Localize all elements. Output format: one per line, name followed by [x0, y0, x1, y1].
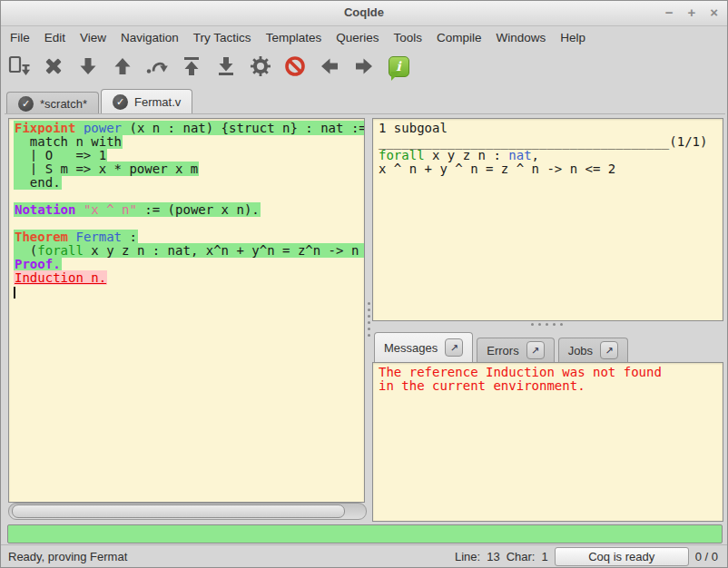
interrupt-button[interactable]	[280, 52, 310, 81]
tab-messages[interactable]: Messages↗	[374, 332, 473, 362]
line-text: x ^ n + y ^ n = z ^ n -> n <= 2	[378, 162, 616, 176]
line-text: forall x y z n : nat,	[378, 148, 540, 162]
about-button[interactable]: i	[384, 52, 413, 81]
code-line[interactable]: | S m => x * power x m	[14, 162, 359, 176]
menu-item-compile[interactable]: Compile	[429, 28, 489, 47]
splitter-grip-icon	[531, 323, 563, 326]
code-segment: | O => 1	[15, 148, 106, 162]
scrollbar-thumb[interactable]	[12, 504, 345, 518]
next-button[interactable]	[349, 52, 379, 81]
tab-label: Errors	[487, 344, 518, 357]
tab-fermat-v[interactable]: ✓Fermat.v	[101, 89, 192, 114]
code-segment: end.	[15, 175, 61, 190]
go-to-end-button[interactable]	[212, 52, 241, 81]
menu-item-help[interactable]: Help	[553, 28, 593, 47]
new-buffer-button[interactable]	[5, 52, 34, 81]
status-message: Ready, proving Fermat	[8, 550, 455, 563]
toolbar: i	[5, 50, 413, 83]
step-forward-button[interactable]	[74, 52, 103, 81]
close-buffer-button[interactable]	[39, 52, 68, 81]
code-segment: x y z n : nat, x^n + y^n = z^n -> n <=	[84, 243, 365, 258]
message-line[interactable]: in the current environment.	[378, 379, 718, 393]
code-segment: in the current environment.	[379, 378, 585, 393]
goal-line[interactable]: forall x y z n : nat,	[378, 149, 718, 162]
code-line[interactable]	[14, 217, 359, 230]
message-tab-bar: Messages↗Errors↗Jobs↗	[374, 329, 628, 362]
line-text: Notation "x ^ n" := (power x n).	[14, 202, 261, 217]
goal-line[interactable]: 1 subgoal	[378, 122, 718, 135]
code-line[interactable]: Fixpoint power (x n : nat) {struct n} : …	[14, 122, 359, 135]
coqide-window: CoqIde − + × FileEditViewNavigationTry T…	[0, 0, 728, 568]
line-text: (forall x y z n : nat, x^n + y^n = z^n -…	[14, 243, 365, 258]
preferences-button[interactable]	[246, 52, 275, 81]
code-line[interactable]: Theorem Fermat :	[14, 230, 359, 244]
tab-errors[interactable]: Errors↗	[477, 338, 554, 362]
restart-button[interactable]	[177, 52, 206, 81]
tab-jobs[interactable]: Jobs↗	[558, 338, 628, 362]
menu-item-file[interactable]: File	[3, 28, 37, 47]
code-line[interactable]	[14, 285, 359, 299]
detach-button[interactable]: ↗	[445, 338, 463, 357]
menu-item-templates[interactable]: Templates	[259, 28, 330, 47]
editor-horizontal-scrollbar[interactable]	[8, 503, 367, 520]
line-text: ______________________________________(1…	[378, 134, 708, 149]
menu-item-windows[interactable]: Windows	[488, 28, 553, 47]
script-editor-pane[interactable]: Fixpoint power (x n : nat) {struct n} : …	[8, 118, 365, 503]
horizontal-splitter[interactable]	[372, 319, 722, 328]
menu-item-tools[interactable]: Tools	[386, 28, 429, 47]
title-bar[interactable]: CoqIde − + ×	[1, 1, 727, 26]
detach-button[interactable]: ↗	[526, 341, 545, 359]
splitter-grip-icon	[368, 302, 370, 337]
menu-item-try-tactics[interactable]: Try Tactics	[186, 28, 259, 47]
code-line[interactable]	[14, 190, 359, 203]
code-segment: Induction n.	[15, 270, 106, 285]
menu-bar: FileEditViewNavigationTry TacticsTemplat…	[3, 26, 593, 48]
progress-bar	[7, 524, 723, 544]
goal-line[interactable]: x ^ n + y ^ n = z ^ n -> n <= 2	[378, 162, 718, 176]
vertical-splitter[interactable]	[365, 118, 372, 520]
line-text: Induction n.	[14, 270, 107, 285]
message-line[interactable]: The reference Induction was not found	[378, 366, 718, 379]
menu-item-navigation[interactable]: Navigation	[113, 28, 186, 47]
minimize-button[interactable]: −	[665, 4, 674, 22]
tab-label: *scratch*	[40, 97, 87, 111]
code-line[interactable]: Proof.	[14, 258, 359, 271]
previous-button[interactable]	[315, 52, 344, 81]
coq-state-button[interactable]: Coq is ready	[555, 547, 689, 566]
info-icon: i	[389, 56, 409, 77]
code-line[interactable]: match n with	[14, 135, 359, 149]
line-text: | S m => x * power x m	[14, 162, 199, 176]
step-backward-button[interactable]	[108, 52, 137, 81]
arrow-left-icon	[319, 55, 340, 77]
code-segment: x y z n :	[425, 148, 509, 162]
status-bar: Ready, proving Fermat Line: 13 Char: 1 C…	[1, 544, 727, 568]
gear-icon	[250, 55, 271, 77]
messages-pane[interactable]: The reference Induction was not foundin …	[372, 362, 723, 522]
code-segment: x ^ n + y ^ n = z ^ n -> n <= 2	[379, 162, 615, 176]
menu-item-queries[interactable]: Queries	[329, 28, 386, 47]
line-value: 13	[487, 550, 499, 563]
check-icon: ✓	[18, 96, 34, 112]
code-line[interactable]: end.	[14, 176, 359, 190]
menu-item-view[interactable]: View	[73, 28, 113, 47]
close-button[interactable]: ×	[710, 4, 718, 22]
goal-line[interactable]: ______________________________________(1…	[378, 135, 718, 149]
tab-label: Jobs	[568, 344, 593, 357]
code-segment: :	[122, 230, 137, 244]
new-buffer-icon	[7, 55, 31, 77]
code-line[interactable]: (forall x y z n : nat, x^n + y^n = z^n -…	[14, 244, 359, 258]
maximize-button[interactable]: +	[687, 4, 695, 22]
goals-pane[interactable]: 1 subgoal_______________________________…	[372, 118, 723, 321]
code-line[interactable]: Induction n.	[14, 271, 359, 285]
detach-button[interactable]: ↗	[600, 341, 618, 359]
code-line[interactable]: Notation "x ^ n" := (power x n).	[14, 203, 359, 217]
menu-item-edit[interactable]: Edit	[37, 28, 73, 47]
go-to-cursor-button[interactable]	[143, 52, 172, 81]
line-text: Fixpoint power (x n : nat) {struct n} : …	[14, 121, 365, 135]
tab--scratch-[interactable]: ✓*scratch*	[6, 92, 99, 114]
code-segment: (x n : nat) {struct n} : nat :=	[122, 121, 365, 135]
line-text: | O => 1	[14, 148, 107, 162]
code-line[interactable]: | O => 1	[14, 149, 359, 162]
line-text: end.	[14, 175, 62, 190]
arrow-up-to-bar-icon	[181, 55, 202, 77]
